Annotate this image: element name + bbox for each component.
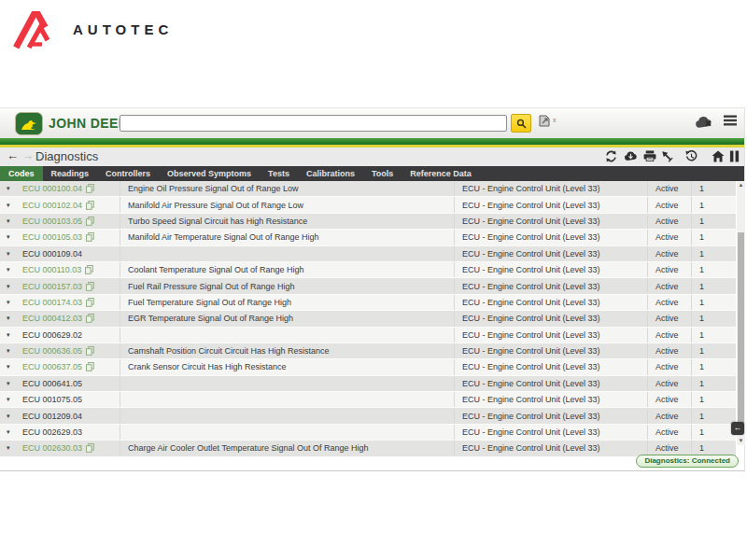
export-icon[interactable]: [539, 115, 550, 127]
copy-icon[interactable]: [86, 217, 94, 226]
table-row[interactable]: ▾ECU 000412.03EGR Temperature Signal Out…: [0, 311, 736, 327]
tab-tools[interactable]: Tools: [363, 166, 402, 181]
scrollbar-down-icon[interactable]: ▼: [737, 437, 745, 445]
code-status: Active: [647, 278, 691, 293]
copy-icon[interactable]: [86, 362, 94, 371]
expand-row-icon[interactable]: ▾: [7, 444, 10, 452]
copy-icon[interactable]: [85, 265, 93, 274]
refresh-icon[interactable]: [605, 150, 617, 162]
copy-icon[interactable]: [86, 201, 94, 210]
dtc-code[interactable]: ECU 000636.05: [22, 346, 82, 356]
expand-row-icon[interactable]: ▾: [7, 217, 10, 225]
expand-row-icon[interactable]: ▾: [7, 233, 10, 241]
copy-icon[interactable]: [86, 232, 94, 242]
expand-row-icon[interactable]: ▾: [7, 396, 10, 403]
table-row[interactable]: ▾ECU 000105.03Manifold Air Temperature S…: [0, 230, 736, 245]
search-input[interactable]: [120, 115, 507, 132]
controller-name: ECU - Engine Control Unit (Level 33): [454, 181, 647, 196]
table-row[interactable]: ▾ECU 000103.05Turbo Speed Signal Circuit…: [0, 214, 736, 230]
codes-table: ▾ECU 000100.04Engine Oil Pressure Signal…: [0, 181, 736, 457]
menu-icon[interactable]: [724, 115, 737, 126]
page: AUTOTEC JOHN DEERE x: [0, 0, 747, 560]
dtc-description: [120, 392, 454, 407]
dtc-code[interactable]: ECU 000157.03: [22, 282, 82, 291]
code-status: Active: [647, 328, 691, 343]
cloud-download-icon[interactable]: [624, 150, 638, 161]
copy-icon[interactable]: [86, 346, 94, 356]
table-row[interactable]: ▾ECU 000110.03Coolant Temperature Signal…: [0, 262, 736, 278]
table-row[interactable]: ▾ECU 000109.04ECU - Engine Control Unit …: [0, 246, 736, 262]
printer-icon[interactable]: [643, 150, 656, 161]
connector-icon[interactable]: [661, 150, 673, 162]
tab-codes[interactable]: Codes: [0, 166, 43, 181]
tab-reference-data[interactable]: Reference Data: [402, 166, 480, 181]
occurrence-count: 1: [691, 425, 736, 440]
dtc-description: [120, 425, 454, 440]
table-row[interactable]: ▾ECU 000636.05Camshaft Position Circuit …: [0, 343, 736, 359]
table-row[interactable]: ▾ECU 001209.04ECU - Engine Control Unit …: [0, 408, 736, 424]
table-row[interactable]: ▾ECU 000629.02ECU - Engine Control Unit …: [0, 328, 736, 343]
dtc-code[interactable]: ECU 000637.05: [22, 362, 82, 371]
expand-row-icon[interactable]: ▾: [7, 363, 10, 371]
table-row[interactable]: ▾ECU 002630.03Charge Air Cooler Outlet T…: [0, 441, 736, 456]
expand-row-icon[interactable]: ▾: [7, 315, 10, 322]
table-row[interactable]: ▾ECU 000157.03Fuel Rail Pressure Signal …: [0, 278, 736, 294]
table-row[interactable]: ▾ECU 000174.03Fuel Temperature Signal Ou…: [0, 295, 736, 311]
dtc-code[interactable]: ECU 000110.03: [22, 265, 81, 274]
table-row[interactable]: ▾ECU 000637.05Crank Sensor Circuit Has H…: [0, 359, 736, 375]
dtc-code[interactable]: ECU 000412.03: [22, 314, 82, 323]
expand-row-icon[interactable]: ▾: [7, 185, 10, 192]
cloud-offline-icon[interactable]: [695, 116, 712, 129]
occurrence-count: 1: [691, 214, 736, 229]
back-icon[interactable]: ←: [7, 148, 19, 162]
expand-row-icon[interactable]: ▾: [7, 380, 10, 387]
export-close-icon[interactable]: x: [553, 117, 557, 123]
expand-row-icon[interactable]: ▾: [7, 250, 10, 258]
tab-calibrations[interactable]: Calibrations: [298, 166, 363, 181]
slide-panel-icon[interactable]: ←: [731, 422, 744, 435]
copy-icon[interactable]: [86, 282, 94, 291]
table-row[interactable]: ▾ECU 001075.05ECU - Engine Control Unit …: [0, 392, 736, 408]
table-row[interactable]: ▾ECU 000102.04Manifold Air Pressure Sign…: [0, 197, 736, 213]
dtc-code[interactable]: ECU 000105.03: [22, 232, 82, 242]
search-button[interactable]: [511, 114, 531, 133]
table-row[interactable]: ▾ECU 000100.04Engine Oil Pressure Signal…: [0, 181, 736, 197]
expand-row-icon[interactable]: ▾: [7, 202, 10, 209]
table-row[interactable]: ▾ECU 000641.05ECU - Engine Control Unit …: [0, 376, 736, 392]
dtc-description: Fuel Temperature Signal Out of Range Hig…: [120, 295, 454, 310]
table-row[interactable]: ▾ECU 002629.03ECU - Engine Control Unit …: [0, 425, 736, 441]
pause-icon[interactable]: [729, 150, 740, 162]
tab-tests[interactable]: Tests: [260, 166, 298, 181]
dtc-code[interactable]: ECU 000174.03: [22, 298, 82, 307]
home-icon[interactable]: [712, 150, 725, 162]
expand-row-icon[interactable]: ▾: [7, 299, 10, 306]
expand-row-icon[interactable]: ▾: [7, 283, 10, 290]
code-status: Active: [647, 408, 691, 423]
dtc-code[interactable]: ECU 000103.05: [22, 217, 82, 226]
copy-icon[interactable]: [86, 314, 94, 323]
copy-icon[interactable]: [86, 298, 94, 307]
forward-icon[interactable]: →: [21, 148, 34, 162]
dtc-description: Camshaft Position Circuit Circuit Has Hi…: [120, 343, 454, 358]
tab-readings[interactable]: Readings: [43, 166, 98, 181]
expand-row-icon[interactable]: ▾: [7, 266, 10, 273]
tab-controllers[interactable]: Controllers: [97, 166, 159, 181]
tab-observed-symptoms[interactable]: Observed Symptoms: [159, 166, 260, 181]
scrollbar-thumb[interactable]: [738, 232, 744, 430]
expand-row-icon[interactable]: ▾: [7, 428, 10, 436]
code-status: Active: [647, 343, 691, 358]
expand-row-icon[interactable]: ▾: [7, 413, 10, 420]
expand-row-icon[interactable]: ▾: [7, 347, 10, 355]
connection-status-badge: Diagnostics: Connected: [636, 455, 739, 468]
vertical-scrollbar[interactable]: ▲ ▼: [737, 181, 745, 445]
copy-icon[interactable]: [86, 443, 94, 453]
expand-row-icon[interactable]: ▾: [7, 331, 10, 339]
controller-name: ECU - Engine Control Unit (Level 33): [454, 376, 647, 391]
code-status: Active: [647, 359, 691, 374]
copy-icon[interactable]: [86, 184, 94, 193]
dtc-code[interactable]: ECU 000102.04: [22, 201, 82, 210]
history-icon[interactable]: [685, 150, 698, 162]
dtc-code[interactable]: ECU 000100.04: [22, 184, 82, 193]
dtc-code[interactable]: ECU 002630.03: [22, 443, 82, 453]
scrollbar-up-icon[interactable]: ▲: [737, 181, 745, 189]
